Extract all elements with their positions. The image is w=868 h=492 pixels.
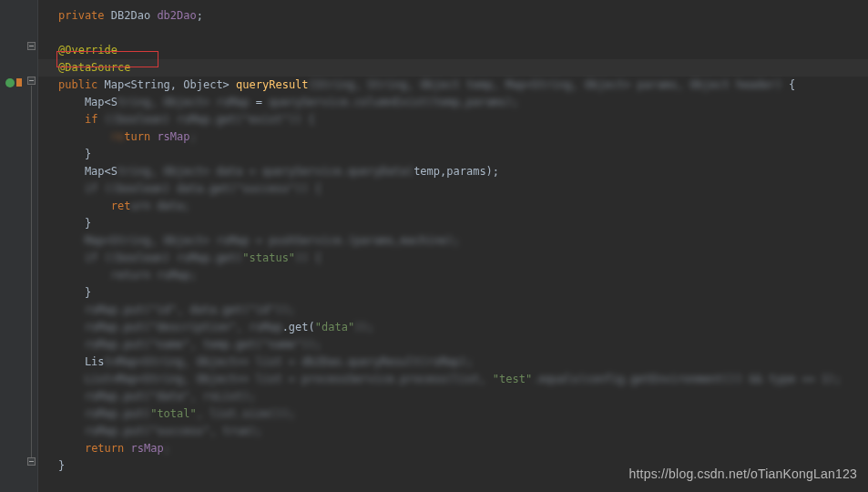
watermark: https://blog.csdn.net/oTianKongLan123 [628,466,857,481]
code-line: Map<String, Object> rsMap = queryService… [38,94,868,111]
fold-icon[interactable] [27,457,36,466]
code-line: return data; [38,198,868,215]
code-line: rsMap.put("id", data.get("id")); [38,302,868,319]
code-line: List<Map<String, Object>> list = process… [38,371,868,388]
fold-icon[interactable] [27,42,36,50]
code-line: rsMap.put("data", rsList); [38,388,868,405]
code-line: List<Map<String, Object>> list = db2Dao.… [38,354,868,371]
override-marker[interactable] [16,78,22,87]
code-line: rsMap.put("total", list.size()); [38,405,868,423]
code-line: @DataSource [38,59,868,77]
fold-icon[interactable] [27,77,36,85]
code-line: Map<String, Object> rsMap = pushService.… [38,232,868,250]
code-line: public Map<String, Object> queryResult(S… [38,77,868,94]
code-line: if ((boolean) rsMap.get("exist")) { [38,111,868,128]
code-line: if ((boolean) data.get("success")) { [38,180,868,198]
code-line: rsMap.put("description", rsMap.get("data… [38,319,868,336]
code-line: return rsMap; [38,128,868,146]
change-marker[interactable] [5,78,15,87]
code-line: return rsMap; [38,267,868,284]
code-line: private DB2Dao db2Dao; [38,7,868,25]
gutter [0,0,38,492]
code-line: @Override [38,42,868,59]
code-line: rsMap.put("success", true); [38,423,868,440]
code-line: rsMap.put("name", temp.get("name")); [38,336,868,354]
code-line: } [38,215,868,232]
fold-guide [31,86,32,457]
code-line: } [38,284,868,302]
code-line [38,25,868,42]
code-editor[interactable]: private DB2Dao db2Dao; @Override @DataSo… [38,0,868,492]
code-line: } [38,146,868,163]
code-line: if ((boolean) rsMap.get("status")) { [38,250,868,267]
code-line: Map<String, Object> data = queryService.… [38,163,868,180]
code-line: return rsMap; [38,440,868,457]
